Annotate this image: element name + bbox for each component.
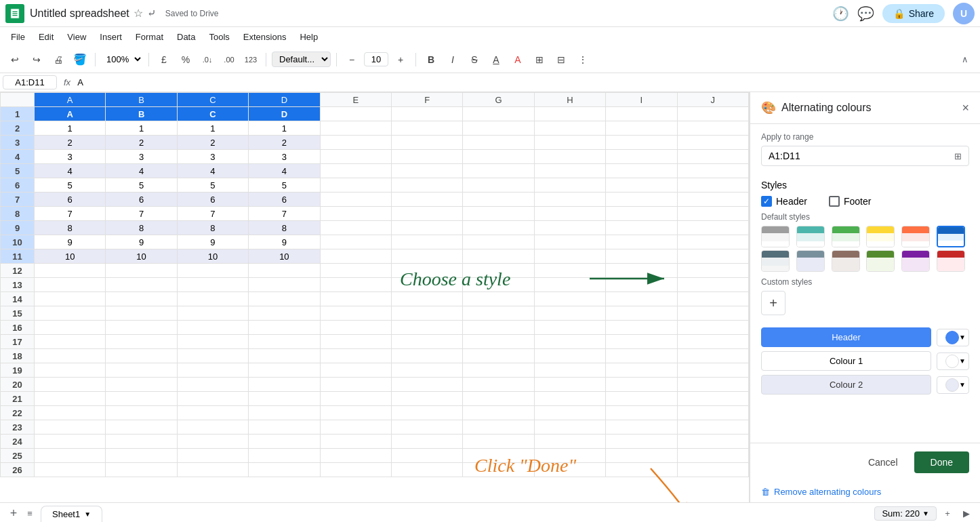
table-row[interactable] (463, 349, 534, 363)
table-row[interactable] (606, 221, 677, 235)
table-row[interactable]: 1 (177, 121, 248, 136)
col-header-B[interactable]: B (106, 93, 177, 107)
table-row[interactable] (677, 463, 748, 477)
table-row[interactable] (106, 378, 177, 392)
table-row[interactable] (177, 321, 248, 335)
menu-format[interactable]: Format (130, 31, 169, 43)
table-row[interactable]: 7 (177, 207, 248, 221)
table-row[interactable] (391, 306, 462, 321)
table-row[interactable]: 10 (177, 249, 248, 264)
table-row[interactable] (534, 406, 605, 420)
header-color-button[interactable]: Header (761, 327, 931, 347)
table-row[interactable] (177, 264, 248, 278)
fill-color-button[interactable]: A (508, 50, 527, 69)
table-row[interactable] (463, 278, 534, 292)
panel-close-button[interactable]: × (962, 101, 969, 115)
table-row[interactable] (677, 292, 748, 306)
style-swatch-9[interactable] (866, 250, 895, 272)
table-row[interactable]: 9 (35, 235, 106, 249)
table-row[interactable] (391, 249, 462, 264)
table-row[interactable] (677, 363, 748, 378)
table-row[interactable] (534, 363, 605, 378)
table-row[interactable] (391, 449, 462, 463)
table-row[interactable] (606, 193, 677, 207)
table-row[interactable] (106, 349, 177, 363)
colour2-dropdown[interactable]: ▼ (937, 376, 969, 394)
menu-view[interactable]: View (62, 31, 91, 43)
table-row[interactable] (677, 278, 748, 292)
table-row[interactable] (534, 378, 605, 392)
table-row[interactable] (320, 164, 391, 178)
table-row[interactable]: 2 (106, 136, 177, 150)
table-row[interactable] (534, 392, 605, 406)
table-row[interactable]: 7 (106, 207, 177, 221)
merge-button[interactable]: ⊟ (552, 50, 571, 69)
table-row[interactable] (249, 363, 320, 378)
col-header-J[interactable]: J (677, 93, 748, 107)
table-row[interactable] (534, 150, 605, 164)
table-row[interactable]: 1 (106, 121, 177, 136)
table-row[interactable] (463, 178, 534, 193)
table-row[interactable] (391, 349, 462, 363)
table-row[interactable] (534, 420, 605, 435)
footer-checkbox[interactable] (829, 196, 840, 207)
table-row[interactable] (106, 264, 177, 278)
nav-left-button[interactable]: + (939, 506, 956, 522)
table-row[interactable]: 9 (177, 235, 248, 249)
table-row[interactable]: 5 (249, 178, 320, 193)
table-row[interactable]: 10 (249, 249, 320, 264)
table-row[interactable] (677, 321, 748, 335)
table-row[interactable] (177, 335, 248, 349)
colour1-dropdown[interactable]: ▼ (937, 352, 969, 370)
table-row[interactable] (677, 164, 748, 178)
table-row[interactable] (677, 435, 748, 449)
table-row[interactable] (320, 278, 391, 292)
table-row[interactable] (677, 193, 748, 207)
table-row[interactable] (391, 278, 462, 292)
table-row[interactable] (606, 292, 677, 306)
table-row[interactable]: 1 (35, 121, 106, 136)
table-row[interactable] (177, 278, 248, 292)
table-row[interactable]: 10 (35, 249, 106, 264)
table-row[interactable] (534, 178, 605, 193)
table-row[interactable]: B (106, 107, 177, 121)
table-row[interactable] (106, 435, 177, 449)
table-row[interactable]: 9 (106, 235, 177, 249)
table-row[interactable] (249, 335, 320, 349)
table-row[interactable]: 3 (249, 150, 320, 164)
table-row[interactable] (320, 264, 391, 278)
table-row[interactable] (391, 107, 462, 121)
table-row[interactable] (320, 207, 391, 221)
table-row[interactable] (534, 463, 605, 477)
table-row[interactable] (35, 321, 106, 335)
table-row[interactable] (534, 435, 605, 449)
table-row[interactable] (320, 435, 391, 449)
font-size-decrease-button[interactable]: − (342, 50, 361, 69)
table-row[interactable] (463, 306, 534, 321)
comment-icon[interactable]: 💬 (857, 5, 874, 22)
style-swatch-2[interactable] (832, 226, 860, 247)
table-row[interactable] (391, 178, 462, 193)
style-swatch-8[interactable] (832, 250, 860, 272)
table-row[interactable] (463, 107, 534, 121)
table-row[interactable] (391, 136, 462, 150)
header-checkbox[interactable]: ✓ (761, 196, 772, 207)
table-row[interactable]: 4 (35, 164, 106, 178)
table-row[interactable] (391, 321, 462, 335)
table-row[interactable] (35, 264, 106, 278)
table-row[interactable] (320, 420, 391, 435)
table-row[interactable] (320, 463, 391, 477)
remove-alternating-colours-button[interactable]: 🗑 Remove alternating colours (750, 481, 980, 502)
style-swatch-0[interactable] (761, 226, 790, 247)
table-row[interactable] (463, 363, 534, 378)
table-row[interactable] (106, 463, 177, 477)
table-row[interactable] (463, 392, 534, 406)
table-row[interactable] (35, 335, 106, 349)
table-row[interactable] (249, 264, 320, 278)
table-row[interactable] (391, 406, 462, 420)
table-row[interactable] (177, 378, 248, 392)
table-row[interactable]: 8 (249, 221, 320, 235)
document-title[interactable]: Untitled spreadsheet (30, 7, 129, 20)
table-row[interactable] (35, 306, 106, 321)
table-row[interactable] (249, 292, 320, 306)
